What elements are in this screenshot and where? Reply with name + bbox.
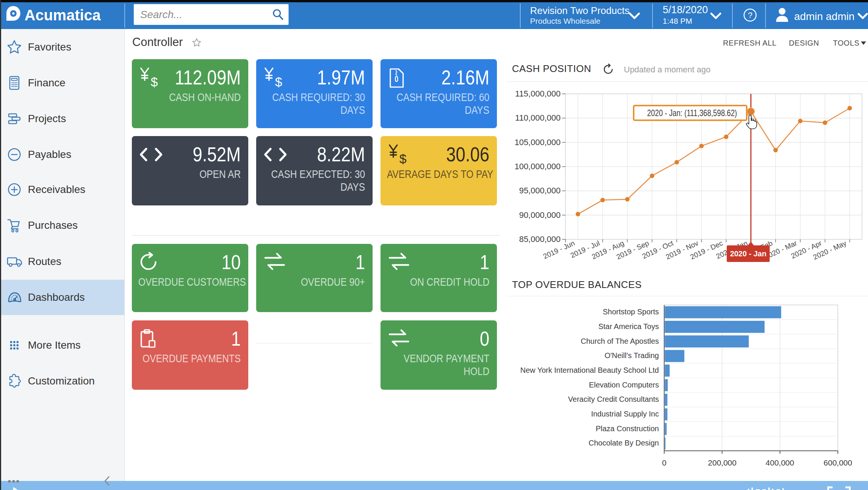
svg-text:?: ?	[748, 11, 752, 20]
svg-text:$: $	[399, 152, 406, 165]
svg-text:$: $	[151, 75, 158, 89]
svg-text:$: $	[275, 75, 282, 89]
